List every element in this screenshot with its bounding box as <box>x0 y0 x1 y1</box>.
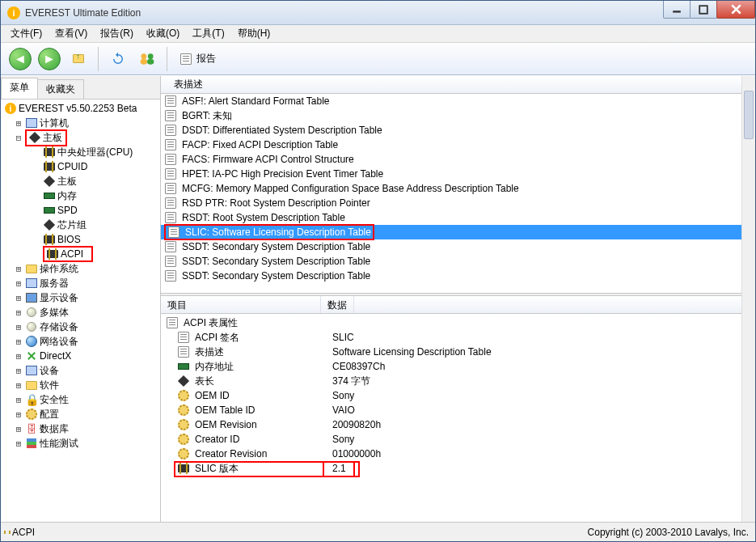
list-row[interactable]: SSDT: Secondary System Description Table <box>161 239 741 254</box>
tree-spd[interactable]: SPD <box>1 203 160 218</box>
tree-cpu[interactable]: 中央处理器(CPU) <box>1 145 160 159</box>
menu-view[interactable]: 查看(V) <box>50 25 92 42</box>
forward-button[interactable]: ► <box>36 46 62 72</box>
list-row[interactable]: FACP: Fixed ACPI Description Table <box>161 138 741 152</box>
tree-memory[interactable]: 内存 <box>1 188 160 203</box>
tree-acpi[interactable]: ACPI <box>1 247 160 261</box>
report-label: 报告 <box>196 52 216 66</box>
report-button[interactable]: 报告 <box>174 49 222 69</box>
tree-server[interactable]: ⊞服务器 <box>1 276 160 290</box>
tree-directx[interactable]: ⊞DirectX <box>1 349 160 363</box>
svg-point-4 <box>141 53 147 59</box>
list-row[interactable]: MCFG: Memory Mapped Configuration Space … <box>161 181 741 196</box>
list-row[interactable]: ASF!: Alert Standard Format Table <box>161 94 741 108</box>
users-button[interactable] <box>134 46 160 72</box>
up-button[interactable]: ↑ <box>65 46 91 72</box>
menu-tools[interactable]: 工具(T) <box>188 25 229 42</box>
menu-file[interactable]: 文件(F) <box>6 25 47 42</box>
tree-mainboard[interactable]: 主板 <box>1 174 160 188</box>
tree-storage[interactable]: ⊞存储设备 <box>1 320 160 334</box>
report-icon <box>180 53 192 65</box>
tab-menu[interactable]: 菜单 <box>1 78 38 99</box>
tree-config[interactable]: ⊞配置 <box>1 407 160 421</box>
tab-favorites[interactable]: 收藏夹 <box>37 79 84 99</box>
detail-title: ACPI 表属性 <box>161 315 741 330</box>
menu-report[interactable]: 报告(R) <box>95 25 138 42</box>
tree-computer[interactable]: ⊞计算机 <box>1 116 160 130</box>
refresh-button[interactable] <box>105 46 131 72</box>
detail-row: 表长374 字节 <box>161 374 741 388</box>
tree[interactable]: iEVEREST v5.50.2253 Beta ⊞计算机 ⊟主板 中央处理器(… <box>1 100 160 522</box>
svg-rect-1 <box>699 6 707 14</box>
statusbar: ACPI Copyright (c) 2003-2010 Lavalys, In… <box>1 522 755 541</box>
maximize-button[interactable] <box>690 1 717 19</box>
list-row[interactable]: HPET: IA-PC High Precision Event Timer T… <box>161 167 741 181</box>
tree-software[interactable]: ⊞软件 <box>1 378 160 392</box>
svg-rect-6 <box>141 59 147 65</box>
list-row[interactable]: RSDT: Root System Description Table <box>161 210 741 225</box>
list-header[interactable]: 表描述 <box>161 76 755 94</box>
tree-network[interactable]: ⊞网络设备 <box>1 334 160 349</box>
detail-row: Creator Revision01000000h <box>161 447 741 461</box>
detail-row: 内存地址CE08397Ch <box>161 359 741 374</box>
detail-row: OEM Table IDVAIO <box>161 403 741 417</box>
tree-motherboard[interactable]: ⊟主板 <box>1 130 160 145</box>
toolbar: ◄ ► ↑ 报告 <box>1 43 755 75</box>
svg-point-5 <box>148 53 154 59</box>
detail-body[interactable]: ACPI 表属性 ACPI 签名SLIC表描述Software Licensin… <box>161 314 755 522</box>
tree-bios[interactable]: BIOS <box>1 232 160 247</box>
list-row[interactable]: SSDT: Secondary System Description Table <box>161 269 741 283</box>
window-title: EVEREST Ultimate Edition <box>25 7 664 19</box>
list-row[interactable]: SLIC: Software Licensing Description Tab… <box>161 225 741 239</box>
list-body[interactable]: ASF!: Alert Standard Format TableBGRT: 未… <box>161 94 755 293</box>
tree-devices[interactable]: ⊞设备 <box>1 363 160 378</box>
list-row[interactable]: SSDT: Secondary System Description Table <box>161 254 741 269</box>
svg-rect-7 <box>147 59 154 65</box>
tree-cpuid[interactable]: CPUID <box>1 159 160 174</box>
list-row[interactable]: FACS: Firmware ACPI Control Structure <box>161 152 741 167</box>
app-icon: i <box>7 6 20 19</box>
status-item: ACPI <box>12 527 35 538</box>
tree-database[interactable]: ⊞🗄数据库 <box>1 421 160 436</box>
close-button[interactable] <box>716 1 755 19</box>
copyright: Copyright (c) 2003-2010 Lavalys, Inc. <box>588 527 749 538</box>
detail-row: Creator IDSony <box>161 432 741 447</box>
back-button[interactable]: ◄ <box>7 46 33 72</box>
minimize-button[interactable] <box>663 1 691 19</box>
menu-help[interactable]: 帮助(H) <box>233 25 276 42</box>
titlebar: i EVEREST Ultimate Edition <box>1 1 755 25</box>
detail-row: ACPI 签名SLIC <box>161 330 741 345</box>
menu-favorites[interactable]: 收藏(O) <box>141 25 184 42</box>
list-row[interactable]: RSD PTR: Root System Description Pointer <box>161 196 741 210</box>
tree-security[interactable]: ⊞🔒安全性 <box>1 392 160 407</box>
detail-row: 表描述Software Licensing Description Table <box>161 345 741 359</box>
tree-os[interactable]: ⊞操作系统 <box>1 261 160 276</box>
tree-multimedia[interactable]: ⊞多媒体 <box>1 305 160 320</box>
tree-root[interactable]: iEVEREST v5.50.2253 Beta <box>1 101 160 116</box>
detail-header[interactable]: 项目 数据 <box>161 296 755 314</box>
tree-chipset[interactable]: 芯片组 <box>1 218 160 232</box>
tree-display[interactable]: ⊞显示设备 <box>1 290 160 305</box>
list-row[interactable]: DSDT: Differentiated System Description … <box>161 123 741 138</box>
detail-row: OEM IDSony <box>161 388 741 403</box>
detail-row: OEM Revision20090820h <box>161 417 741 432</box>
list-row[interactable]: BGRT: 未知 <box>161 108 741 123</box>
menubar: 文件(F) 查看(V) 报告(R) 收藏(O) 工具(T) 帮助(H) <box>1 25 755 43</box>
tree-benchmark[interactable]: ⊞性能测试 <box>1 436 160 451</box>
main-panel: 表描述 ASF!: Alert Standard Format TableBGR… <box>161 76 755 522</box>
sidebar: 菜单 收藏夹 iEVEREST v5.50.2253 Beta ⊞计算机 ⊟主板… <box>1 76 161 522</box>
